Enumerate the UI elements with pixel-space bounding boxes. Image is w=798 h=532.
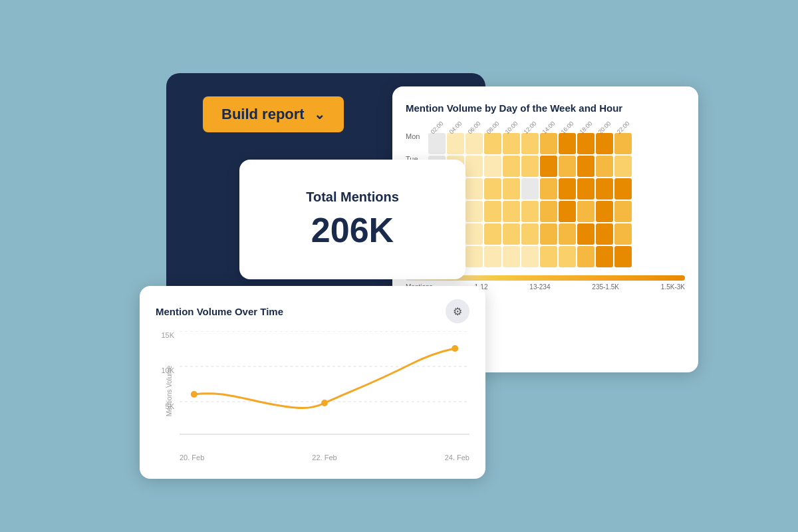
heatmap-cell — [521, 246, 539, 267]
chart-inner — [180, 331, 469, 438]
heatmap-title: Mention Volume by Day of the Week and Ho… — [406, 102, 685, 114]
svg-point-6 — [452, 345, 458, 352]
heatmap-cell — [559, 156, 576, 177]
heatmap-cell — [484, 201, 501, 222]
heatmap-cell — [503, 156, 520, 177]
legend-range-4: 1.5K-3K — [661, 283, 685, 291]
heatmap-cell — [577, 133, 595, 154]
heatmap-cell — [521, 133, 539, 154]
gear-button[interactable]: ⚙ — [446, 299, 469, 323]
heatmap-cell — [484, 156, 501, 177]
heatmap-cell — [614, 156, 632, 177]
linechart-title: Mention Volume Over Time — [156, 306, 283, 317]
x-label-24feb: 24. Feb — [445, 454, 469, 462]
heatmap-cell — [559, 246, 576, 267]
total-mentions-value: 206K — [311, 210, 394, 250]
heatmap-cell — [614, 133, 632, 154]
heatmap-row — [428, 133, 685, 154]
build-report-button[interactable]: Build report ⌄ — [203, 96, 344, 132]
x-label-22feb: 22. Feb — [312, 454, 336, 462]
heatmap-cell — [466, 178, 483, 200]
heatmap-cell — [484, 246, 501, 267]
heatmap-cell — [484, 223, 501, 245]
heatmap-cell — [577, 223, 595, 245]
heatmap-cell — [559, 133, 576, 154]
heatmap-cell — [577, 178, 595, 200]
heatmap-cell — [614, 201, 632, 222]
heatmap-cell — [540, 201, 557, 222]
build-report-label: Build report — [221, 106, 305, 123]
heatmap-cell — [428, 133, 446, 154]
heatmap-cell — [484, 178, 501, 200]
heatmap-cell — [577, 156, 595, 177]
heatmap-cell — [540, 156, 557, 177]
heatmap-cell — [466, 223, 483, 245]
heatmap-cell — [466, 246, 483, 267]
chevron-down-icon: ⌄ — [314, 106, 325, 122]
y-label-5k: 5K — [156, 402, 174, 410]
heatmap-cell — [596, 133, 613, 154]
heatmap-cell — [466, 201, 483, 222]
scene: Build report ⌄ Total Mentions 206K Menti… — [100, 33, 698, 499]
total-mentions-label: Total Mentions — [306, 190, 399, 205]
total-mentions-card: Total Mentions 206K — [239, 160, 466, 279]
chart-area: Mentions Volume 15K 10K 5K — [156, 331, 469, 451]
heatmap-cell — [540, 133, 557, 154]
heatmap-cell — [559, 178, 576, 200]
y-axis-labels: 15K 10K 5K — [156, 331, 174, 451]
heatmap-cell — [466, 156, 483, 177]
heatmap-cell — [614, 178, 632, 200]
heatmap-cell — [559, 201, 576, 222]
heatmap-cell — [614, 223, 632, 245]
heatmap-cell — [521, 223, 539, 245]
heatmap-row — [428, 223, 685, 245]
y-label-10k: 10K — [156, 366, 174, 374]
heatmap-grid-wrap: 02:0004:0006:0008:0010:0012:0014:0016:00… — [428, 124, 685, 269]
svg-point-4 — [191, 391, 198, 398]
heatmap-cell — [503, 223, 520, 245]
heatmap-cell — [503, 246, 520, 267]
heatmap-cell — [596, 156, 613, 177]
y-label-15k: 15K — [156, 331, 174, 339]
heatmap-row — [428, 156, 685, 177]
heatmap-row-label: Mon — [406, 126, 424, 147]
heatmap-row — [428, 178, 685, 200]
heatmap-cell — [521, 201, 539, 222]
heatmap-cell — [614, 246, 632, 267]
heatmap-cell — [540, 246, 557, 267]
heatmap-cell — [596, 178, 613, 200]
heatmap-cell — [521, 178, 539, 200]
linechart-card: Mention Volume Over Time ⚙ Mentions Volu… — [140, 286, 485, 479]
heatmap-row — [428, 201, 685, 222]
heatmap-cell — [484, 133, 501, 154]
line-chart-svg — [180, 331, 469, 438]
legend-range-2: 13-234 — [529, 283, 550, 291]
heatmap-cell — [540, 223, 557, 245]
heatmap-cell — [577, 201, 595, 222]
heatmap-cell — [466, 133, 483, 154]
heatmap-cell — [577, 246, 595, 267]
heatmap-cell — [596, 246, 613, 267]
heatmap-cell — [596, 223, 613, 245]
heatmap-row — [428, 246, 685, 267]
heatmap-cell — [596, 201, 613, 222]
x-axis-labels: 20. Feb 22. Feb 24. Feb — [156, 454, 469, 462]
heatmap-cell — [447, 133, 464, 154]
heatmap-cell — [503, 178, 520, 200]
heatmap-cell — [521, 156, 539, 177]
heatmap-cell — [540, 178, 557, 200]
legend-range-3: 235-1.5K — [592, 283, 619, 291]
x-label-20feb: 20. Feb — [180, 454, 204, 462]
svg-point-5 — [321, 400, 328, 406]
linechart-header: Mention Volume Over Time ⚙ — [156, 299, 469, 323]
heatmap-cell — [503, 133, 520, 154]
gear-icon: ⚙ — [453, 305, 462, 318]
heatmap-col-labels: 02:0004:0006:0008:0010:0012:0014:0016:00… — [428, 124, 685, 131]
heatmap-rows — [428, 133, 685, 267]
heatmap-cell — [503, 201, 520, 222]
heatmap-cell — [559, 223, 576, 245]
